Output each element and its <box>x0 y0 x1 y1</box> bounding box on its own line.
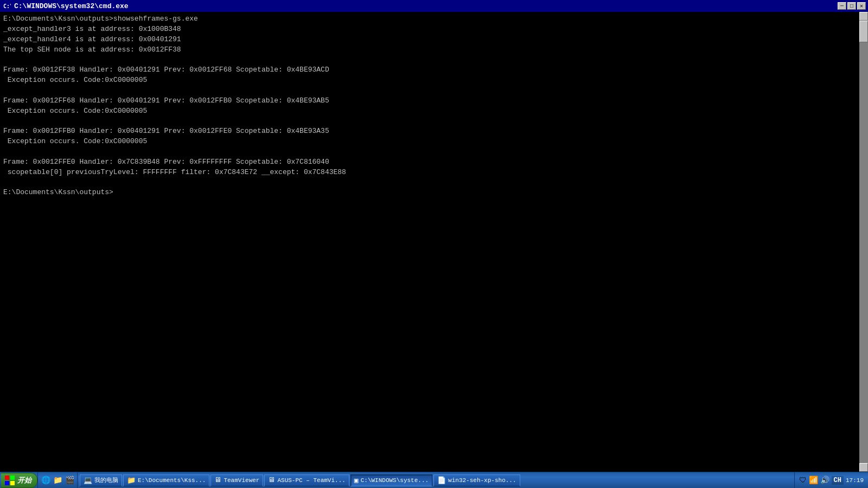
scrollbar-up[interactable]: ▲ <box>859 12 868 21</box>
taskbar-item-4[interactable]: ▣C:\WINDOWS\syste... <box>350 474 432 486</box>
tray-network-icon[interactable]: 📶 <box>809 476 818 485</box>
taskbar-item-icon-5: 📄 <box>437 476 446 485</box>
console-output: E:\Documents\Kssn\outputs>showsehframes-… <box>3 14 865 198</box>
scrollbar-thumb[interactable] <box>859 21 868 42</box>
clock: 17:19 <box>846 477 864 484</box>
title-bar-text: C:\WINDOWS\system32\cmd.exe <box>14 2 129 10</box>
taskbar-item-icon-0: 💻 <box>84 476 92 485</box>
taskbar-item-label-1: E:\Documents\Kss... <box>138 477 206 484</box>
taskbar-item-icon-4: ▣ <box>354 476 359 485</box>
ql-media-icon[interactable]: 🎬 <box>64 475 75 486</box>
close-button[interactable]: ✕ <box>857 2 866 10</box>
restore-button[interactable]: □ <box>847 2 856 10</box>
scrollbar-track[interactable] <box>859 21 868 463</box>
taskbar-item-label-2: TeamViewer <box>224 477 259 484</box>
taskbar-item-icon-2: 🖥 <box>214 476 221 484</box>
taskbar: 开始 🌐 📁 🎬 💻我的电脑📁E:\Documents\Kss...🖥TeamV… <box>0 472 868 488</box>
title-bar: C:\ C:\WINDOWS\system32\cmd.exe ─ □ ✕ <box>0 0 868 12</box>
taskbar-item-2[interactable]: 🖥TeamViewer <box>210 474 263 486</box>
taskbar-items: 💻我的电脑📁E:\Documents\Kss...🖥TeamViewer🖥ASU… <box>78 472 794 488</box>
title-bar-controls: ─ □ ✕ <box>838 2 866 10</box>
taskbar-item-icon-1: 📁 <box>127 476 136 485</box>
system-tray: 🛡 📶 🔊 CH 17:19 <box>794 472 868 488</box>
taskbar-item-3[interactable]: 🖥ASUS-PC – TeamVi... <box>264 474 349 486</box>
start-label: 开始 <box>17 476 31 485</box>
start-button[interactable]: 开始 <box>1 473 37 488</box>
taskbar-item-label-3: ASUS-PC – TeamVi... <box>277 477 345 484</box>
tray-shield-icon[interactable]: 🛡 <box>799 476 807 485</box>
windows-logo-icon <box>4 475 15 486</box>
ql-ie-icon[interactable]: 🌐 <box>40 475 51 486</box>
taskbar-item-label-4: C:\WINDOWS\syste... <box>361 477 429 484</box>
svg-rect-2 <box>5 476 9 480</box>
minimize-button[interactable]: ─ <box>838 2 846 10</box>
console-area: E:\Documents\Kssn\outputs>showsehframes-… <box>0 12 868 472</box>
taskbar-item-5[interactable]: 📄win32-seh-xp-sho... <box>433 474 520 486</box>
title-bar-left: C:\ C:\WINDOWS\system32\cmd.exe <box>2 2 129 10</box>
taskbar-item-label-0: 我的电脑 <box>94 476 118 484</box>
svg-rect-5 <box>10 481 15 485</box>
taskbar-item-icon-3: 🖥 <box>268 476 275 484</box>
scrollbar: ▲ ▼ <box>859 12 868 472</box>
taskbar-item-label-5: win32-seh-xp-sho... <box>448 477 516 484</box>
svg-rect-3 <box>10 476 15 480</box>
cmd-icon: C:\ <box>2 2 11 10</box>
ql-explorer-icon[interactable]: 📁 <box>52 475 63 486</box>
svg-text:C:\: C:\ <box>3 3 11 9</box>
quick-launch-bar: 🌐 📁 🎬 <box>37 472 78 488</box>
scrollbar-down[interactable]: ▼ <box>859 463 868 472</box>
taskbar-item-1[interactable]: 📁E:\Documents\Kss... <box>123 474 209 486</box>
tray-volume-icon[interactable]: 🔊 <box>820 476 829 485</box>
svg-rect-4 <box>5 481 9 485</box>
taskbar-item-0[interactable]: 💻我的电脑 <box>80 474 122 486</box>
language-indicator[interactable]: CH <box>832 476 844 485</box>
